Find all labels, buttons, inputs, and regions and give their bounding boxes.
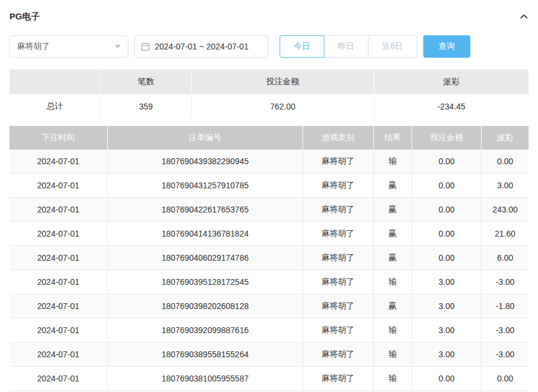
cell-result: 输: [373, 367, 411, 391]
summary-header-payout: 派彩: [374, 69, 529, 94]
summary-total-label: 总计: [9, 94, 100, 119]
records-table: 下注时间 注单编号 游戏类别 结果 投注金额 派彩 2024-07-011807…: [9, 126, 529, 392]
search-button[interactable]: 查询: [423, 35, 470, 58]
cell-bet-id: 1807690414136781824: [108, 222, 303, 246]
summary-table: 笔数 投注金额 派彩 总计 359 762.00 -234.45: [9, 69, 529, 119]
cell-bet-id: 1807690381005955587: [108, 367, 303, 391]
records-header-result: 结果: [373, 126, 411, 150]
cell-bet-amount: 0.00: [412, 222, 481, 246]
table-row: 2024-07-011807690389558155264麻将胡了输3.00-3…: [9, 343, 529, 367]
calendar-icon: [141, 42, 150, 51]
cell-result: 输: [373, 270, 411, 294]
quick-button-last8days[interactable]: 近8日: [368, 35, 417, 58]
cell-bet-time: 2024-07-01: [9, 222, 108, 246]
table-row: 2024-07-011807690406029174786麻将胡了赢0.006.…: [9, 246, 529, 270]
cell-payout: -1.80: [481, 294, 529, 318]
cell-bet-time: 2024-07-01: [9, 367, 108, 391]
table-row: 2024-07-011807690414136781824麻将胡了赢0.0021…: [9, 222, 529, 246]
cell-game-type: 麻将胡了: [303, 198, 373, 222]
cell-bet-amount: 3.00: [412, 270, 481, 294]
cell-payout: 0.00: [481, 367, 529, 391]
cell-payout: -3.00: [481, 270, 529, 294]
summary-header-row: 笔数 投注金额 派彩: [9, 69, 529, 94]
cell-game-type: 麻将胡了: [303, 318, 373, 343]
cell-result: 输: [373, 318, 411, 343]
cell-bet-id: 1807690439382290945: [108, 150, 303, 174]
summary-total-row: 总计 359 762.00 -234.45: [9, 94, 529, 119]
cell-bet-time: 2024-07-01: [9, 246, 108, 270]
cell-payout: -3.00: [481, 343, 529, 367]
page-title: PG电子: [9, 11, 40, 22]
chevron-up-icon[interactable]: [519, 12, 529, 21]
cell-bet-time: 2024-07-01: [9, 318, 108, 343]
cell-game-type: 麻将胡了: [303, 246, 373, 270]
cell-bet-time: 2024-07-01: [9, 270, 108, 294]
records-header-bet-id: 注单编号: [108, 126, 303, 150]
cell-payout: 0.00: [481, 150, 529, 174]
cell-bet-amount: 3.00: [412, 318, 481, 343]
cell-bet-time: 2024-07-01: [9, 294, 108, 318]
cell-bet-id: 1807690392099887616: [108, 318, 303, 343]
cell-bet-time: 2024-07-01: [9, 174, 108, 198]
cell-bet-amount: 0.00: [412, 198, 481, 222]
cell-bet-id: 1807690406029174786: [108, 246, 303, 270]
cell-game-type: 麻将胡了: [303, 343, 373, 367]
records-header-row: 下注时间 注单编号 游戏类别 结果 投注金额 派彩: [9, 126, 529, 150]
date-range-value: 2024-07-01 ~ 2024-07-01: [155, 42, 248, 51]
table-row: 2024-07-011807690381005955587麻将胡了输0.000.…: [9, 367, 529, 391]
cell-result: 赢: [373, 198, 411, 222]
cell-bet-id: 1807690389558155264: [108, 343, 303, 367]
quick-button-yesterday[interactable]: 昨日: [324, 35, 368, 58]
cell-result: 赢: [373, 294, 411, 318]
cell-result: 输: [373, 343, 411, 367]
date-range-input[interactable]: 2024-07-01 ~ 2024-07-01: [134, 35, 268, 58]
filter-bar: 麻将胡了 2024-07-01 ~ 2024-07-01 今日 昨日 近8日 查…: [9, 35, 529, 58]
cell-bet-amount: 0.00: [412, 150, 481, 174]
summary-header-bet-amount: 投注金额: [192, 69, 374, 94]
records-header-payout: 派彩: [481, 126, 529, 150]
cell-payout: 6.00: [481, 246, 529, 270]
table-row: 2024-07-011807690431257910785麻将胡了赢0.003.…: [9, 174, 529, 198]
cell-result: 赢: [373, 246, 411, 270]
records-panel: PG电子 麻将胡了 2024-07-01 ~ 2024-07-01: [0, 0, 538, 392]
cell-bet-amount: 3.00: [412, 294, 481, 318]
cell-game-type: 麻将胡了: [303, 367, 373, 391]
cell-payout: 243.00: [481, 198, 529, 222]
summary-total-bet-amount: 762.00: [192, 94, 374, 119]
cell-payout: 21.60: [481, 222, 529, 246]
cell-bet-time: 2024-07-01: [9, 150, 108, 174]
summary-header-blank: [9, 69, 100, 94]
cell-bet-id: 1807690395128172545: [108, 270, 303, 294]
cell-bet-amount: 3.00: [412, 343, 481, 367]
cell-bet-time: 2024-07-01: [9, 198, 108, 222]
cell-bet-id: 1807690422617653765: [108, 198, 303, 222]
cell-result: 输: [373, 150, 411, 174]
cell-bet-amount: 0.00: [412, 174, 481, 198]
cell-bet-time: 2024-07-01: [9, 343, 108, 367]
quick-button-today[interactable]: 今日: [280, 35, 324, 58]
table-row: 2024-07-011807690422617653765麻将胡了赢0.0024…: [9, 198, 529, 222]
cell-result: 赢: [373, 174, 411, 198]
quick-date-button-group: 今日 昨日 近8日: [280, 35, 417, 58]
table-row: 2024-07-011807690439382290945麻将胡了输0.000.…: [9, 150, 529, 174]
panel-titlebar: PG电子: [9, 8, 529, 25]
records-header-bet-amount: 投注金额: [412, 126, 481, 150]
cell-game-type: 麻将胡了: [303, 270, 373, 294]
table-row: 2024-07-011807690398202608128麻将胡了赢3.00-1…: [9, 294, 529, 318]
cell-payout: 3.00: [481, 174, 529, 198]
game-select-value: 麻将胡了: [17, 41, 50, 52]
cell-game-type: 麻将胡了: [303, 174, 373, 198]
table-row: 2024-07-011807690395128172545麻将胡了输3.00-3…: [9, 270, 529, 294]
cell-bet-amount: 0.00: [412, 246, 481, 270]
cell-game-type: 麻将胡了: [303, 294, 373, 318]
cell-game-type: 麻将胡了: [303, 222, 373, 246]
cell-game-type: 麻将胡了: [303, 150, 373, 174]
game-select[interactable]: 麻将胡了: [9, 35, 128, 58]
records-tbody: 2024-07-011807690439382290945麻将胡了输0.000.…: [9, 150, 529, 392]
cell-bet-amount: 0.00: [412, 367, 481, 391]
chevron-down-icon: [115, 45, 121, 48]
summary-total-count: 359: [100, 94, 191, 119]
records-header-bet-time: 下注时间: [9, 126, 108, 150]
summary-total-payout: -234.45: [374, 94, 529, 119]
records-header-game-type: 游戏类别: [303, 126, 373, 150]
